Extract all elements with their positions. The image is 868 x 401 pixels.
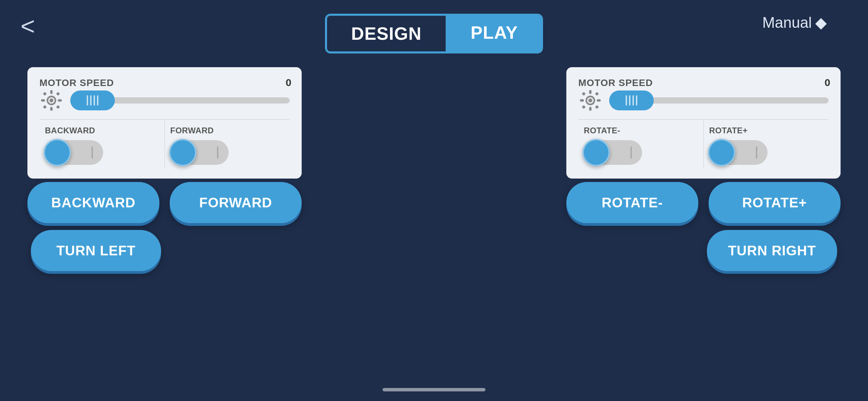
svg-rect-4 (41, 99, 45, 102)
left-motor-label: MOTOR SPEED (39, 77, 114, 88)
right-thumb-line-4 (636, 95, 637, 106)
mode-chevron-icon: ◆ (815, 14, 827, 31)
right-toggle-section: ROTATE- ROTATE+ (578, 119, 829, 168)
left-section: MOTOR SPEED 0 (27, 67, 302, 271)
svg-point-11 (588, 98, 592, 102)
right-toggle2-knob (708, 139, 735, 166)
tab-play[interactable]: PLAY (447, 15, 542, 52)
left-toggle2-knob (169, 139, 196, 166)
right-motor-value: 0 (824, 77, 830, 88)
right-speed-slider[interactable] (609, 97, 829, 104)
svg-rect-17 (595, 92, 599, 96)
svg-rect-18 (582, 105, 586, 109)
tab-design[interactable]: DESIGN (326, 15, 446, 52)
turn-right-row: TURN RIGHT (566, 230, 841, 271)
right-thumb-line-3 (632, 95, 634, 106)
left-toggle1-label: BACKWARD (45, 126, 159, 135)
turn-left-button[interactable]: TURN LEFT (31, 230, 161, 271)
right-slider-thumb (609, 90, 654, 110)
thumb-line-2 (90, 95, 92, 106)
right-motor-label: MOTOR SPEED (578, 77, 653, 88)
right-toggle-col-rotate-minus: ROTATE- (578, 120, 704, 168)
left-toggle2-switch[interactable] (170, 140, 229, 165)
rotate-plus-button[interactable]: ROTATE+ (709, 182, 841, 223)
left-toggle-col-forward: FORWARD (165, 120, 290, 168)
right-action-buttons: ROTATE- ROTATE+ (566, 182, 841, 223)
svg-rect-6 (43, 92, 47, 96)
right-gear-icon (578, 88, 602, 112)
svg-rect-2 (50, 90, 53, 94)
svg-rect-19 (595, 105, 599, 109)
svg-rect-9 (56, 105, 60, 109)
left-toggle1-line (92, 146, 93, 159)
header: < DESIGN PLAY Manual ◆ (0, 0, 868, 60)
left-slider-thumb (70, 90, 115, 110)
thumb-line-4 (97, 95, 98, 106)
right-motor-slider-row (578, 88, 829, 112)
right-toggle2-switch[interactable] (709, 140, 768, 165)
right-toggle-col-rotate-plus: ROTATE+ (704, 120, 829, 168)
back-button[interactable]: < (21, 14, 35, 38)
svg-point-1 (49, 98, 53, 102)
tab-group: DESIGN PLAY (325, 14, 543, 53)
right-toggle2-line (756, 146, 757, 159)
mode-selector[interactable]: Manual ◆ (762, 14, 827, 31)
left-toggle2-label: FORWARD (170, 126, 285, 135)
right-toggle1-switch[interactable] (584, 140, 642, 165)
left-motor-value: 0 (286, 77, 291, 88)
mode-label: Manual (762, 14, 812, 31)
backward-button[interactable]: BACKWARD (27, 182, 159, 223)
home-indicator (383, 388, 485, 391)
left-toggle2-line (217, 146, 218, 159)
svg-rect-12 (589, 90, 592, 94)
right-motor-card: MOTOR SPEED 0 (566, 67, 841, 179)
turn-right-button[interactable]: TURN RIGHT (707, 230, 837, 271)
svg-rect-14 (580, 99, 584, 102)
left-toggle-section: BACKWARD FORWARD (39, 119, 290, 168)
left-toggle-col-backward: BACKWARD (39, 120, 165, 168)
svg-rect-16 (582, 92, 586, 96)
turn-left-row: TURN LEFT (27, 230, 302, 271)
main-content: MOTOR SPEED 0 (0, 67, 868, 271)
right-toggle1-knob (582, 139, 610, 166)
svg-rect-13 (589, 107, 592, 111)
svg-rect-8 (43, 105, 47, 109)
left-motor-card: MOTOR SPEED 0 (27, 67, 302, 179)
forward-button[interactable]: FORWARD (170, 182, 302, 223)
thumb-line-3 (94, 95, 95, 106)
right-thumb-line-2 (629, 95, 630, 106)
right-toggle2-label: ROTATE+ (709, 126, 823, 135)
thumb-line-1 (87, 95, 88, 106)
left-gear-icon (39, 88, 63, 112)
left-toggle1-switch[interactable] (45, 140, 103, 165)
svg-rect-5 (58, 99, 62, 102)
left-motor-slider-row (39, 88, 290, 112)
svg-rect-15 (597, 99, 601, 102)
right-toggle1-line (630, 146, 632, 159)
right-section: MOTOR SPEED 0 (566, 67, 841, 271)
right-toggle1-label: ROTATE- (584, 126, 698, 135)
rotate-minus-button[interactable]: ROTATE- (566, 182, 698, 223)
svg-rect-3 (50, 107, 53, 111)
right-thumb-line-1 (626, 95, 627, 106)
left-action-buttons: BACKWARD FORWARD (27, 182, 302, 223)
svg-rect-7 (56, 92, 60, 96)
left-toggle1-knob (44, 139, 71, 166)
left-speed-slider[interactable] (70, 97, 290, 104)
